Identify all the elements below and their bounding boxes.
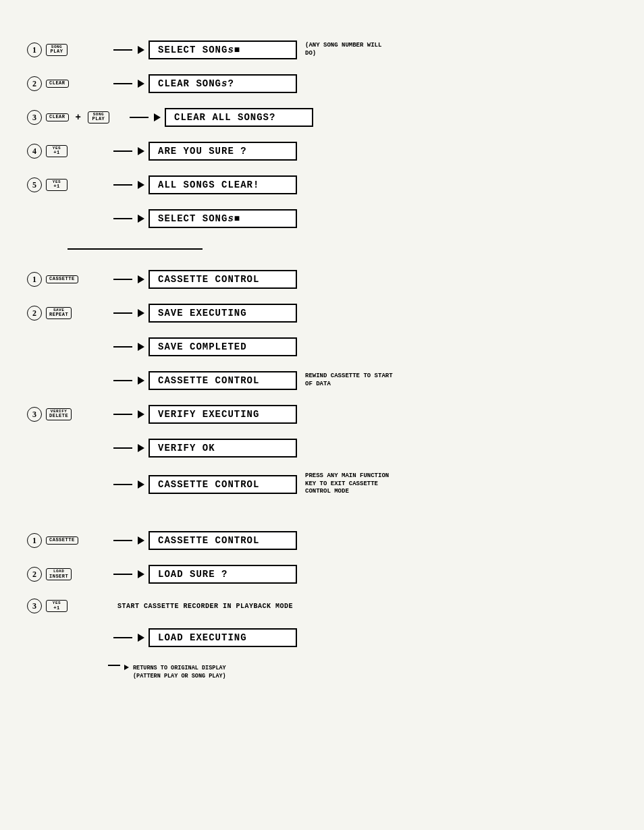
display-box: SAVE COMPLETED	[149, 337, 297, 356]
inline-text: START CASSETTE RECORDER IN PLAYBACK MODE	[117, 603, 293, 610]
arrow	[108, 147, 144, 155]
return-note: RETURNS TO ORIGINAL DISPLAY(PATTERN PLAY…	[133, 665, 226, 681]
row-2-5: 3 VERIFY DELETE VERIFY EXECUTING	[27, 405, 617, 424]
btn-clear[interactable]: CLEAR	[46, 80, 69, 88]
arrow-head	[138, 46, 144, 54]
arrow-head	[154, 113, 161, 121]
arrow-head	[138, 343, 144, 351]
btn-cassette-2[interactable]: CASSETTE	[46, 536, 78, 545]
btn-label: CASSETTE	[49, 277, 75, 282]
circle-1: 1	[27, 533, 42, 548]
arrow	[108, 377, 144, 385]
circle-3: 3	[27, 599, 42, 613]
display-box: CLEAR SONG s ?	[149, 74, 297, 93]
btn-verify-delete[interactable]: VERIFY DELETE	[46, 408, 72, 420]
circle-2: 2	[27, 567, 42, 582]
btn-clear-2[interactable]: CLEAR	[46, 113, 69, 121]
btn-bottom: DELETE	[49, 414, 68, 419]
display-box: LOAD SURE ?	[149, 565, 297, 584]
arrow	[108, 444, 144, 452]
btn-bottom: +1	[53, 606, 59, 611]
display-box: VERIFY OK	[149, 439, 297, 458]
btn-bottom: REPEAT	[49, 312, 68, 318]
row-1-6: SELECT SONG s ■	[27, 209, 617, 228]
arrow	[108, 46, 144, 54]
step-label: 1 SONG PLAY	[27, 43, 108, 57]
step-label: 4 YES +1	[27, 144, 108, 159]
display-box: SELECT SONG s ■	[149, 40, 297, 59]
arrow	[108, 410, 144, 418]
note: REWIND CASSETTE TO START OF DATA	[305, 372, 393, 388]
circle-4: 4	[27, 144, 42, 159]
row-1-5: 5 YES +1 ALL SONGS CLEAR!	[27, 175, 617, 194]
arrow-head	[138, 215, 144, 223]
arrow-head	[138, 377, 144, 385]
row-3-1: 1 CASSETTE CASSETTE CONTROL	[27, 531, 617, 550]
btn-cassette-1[interactable]: CASSETTE	[46, 275, 78, 283]
arrow-head	[138, 410, 144, 418]
arrow	[108, 480, 144, 489]
arrow-head	[138, 444, 144, 452]
arrow-head	[138, 80, 144, 88]
display-box: CASSETTE CONTROL	[149, 475, 297, 494]
step-label: 2 CLEAR	[27, 76, 108, 91]
circle-2: 2	[27, 76, 42, 91]
btn-bottom: +1	[53, 184, 59, 190]
note: (ANY SONG NUMBER WILL DO)	[305, 42, 393, 57]
note: PRESS ANY MAIN FUNCTION KEY TO EXIT CASS…	[305, 472, 393, 496]
section-song-clear: 1 SONG PLAY SELECT SONG s ■ (ANY SONG NU…	[27, 40, 617, 228]
btn-label: CLEAR	[49, 81, 65, 86]
display-box: SELECT SONG s ■	[149, 209, 297, 228]
row-2-2: 2 SAVE REPEAT SAVE EXECUTING	[27, 304, 617, 323]
step-label: 2 SAVE REPEAT	[27, 306, 108, 321]
btn-save-repeat[interactable]: SAVE REPEAT	[46, 307, 72, 319]
btn-yes-1[interactable]: YES +1	[46, 145, 68, 157]
arrow	[124, 113, 161, 121]
row-3-3: 3 YES +1 START CASSETTE RECORDER IN PLAY…	[27, 599, 617, 613]
display-box: ALL SONGS CLEAR!	[149, 175, 297, 194]
circle-1: 1	[27, 272, 42, 287]
row-2-4: CASSETTE CONTROL REWIND CASSETTE TO STAR…	[27, 371, 617, 390]
arrow	[108, 634, 144, 642]
circle-1: 1	[27, 43, 42, 57]
display-box: ARE YOU SURE ?	[149, 142, 297, 161]
row-2-1: 1 CASSETTE CASSETTE CONTROL	[27, 270, 617, 289]
step-label: 1 CASSETTE	[27, 272, 108, 287]
btn-song-play-2[interactable]: SONG PLAY	[88, 111, 109, 123]
row-1-1: 1 SONG PLAY SELECT SONG s ■ (ANY SONG NU…	[27, 40, 617, 59]
row-2-7: CASSETTE CONTROL PRESS ANY MAIN FUNCTION…	[27, 472, 617, 496]
section-cassette-save: 1 CASSETTE CASSETTE CONTROL 2 SAVE REPEA…	[27, 270, 617, 496]
btn-song-play[interactable]: SONG PLAY	[46, 44, 68, 56]
btn-load-insert[interactable]: LOAD INSERT	[46, 568, 72, 580]
display-box: SAVE EXECUTING	[149, 304, 297, 323]
arrow	[108, 215, 144, 223]
row-2-3: SAVE COMPLETED	[27, 337, 617, 356]
page: 1 SONG PLAY SELECT SONG s ■ (ANY SONG NU…	[0, 0, 644, 830]
arrow-head	[138, 309, 144, 317]
step-label: 3 YES +1	[27, 599, 108, 613]
arrow-head	[138, 147, 144, 155]
row-1-3: 3 CLEAR + SONG PLAY CLEAR ALL SONGS?	[27, 108, 617, 127]
arrow-head	[138, 634, 144, 642]
display-box: CLEAR ALL SONGS?	[165, 108, 313, 127]
arrow-head	[138, 181, 144, 189]
arrow-head	[138, 480, 144, 489]
arrow	[108, 80, 144, 88]
row-2-6: VERIFY OK	[27, 439, 617, 458]
circle-3: 3	[27, 407, 42, 422]
btn-bottom: PLAY	[92, 117, 105, 122]
step-label: 3 CLEAR + SONG PLAY	[27, 110, 122, 125]
section-cassette-load: 1 CASSETTE CASSETTE CONTROL 2 LOAD INSER…	[27, 531, 617, 681]
btn-bottom: INSERT	[49, 574, 68, 580]
separator	[68, 248, 203, 250]
step-label: 5 YES +1	[27, 177, 108, 192]
row-3-4: LOAD EXECUTING	[27, 628, 617, 647]
arrow	[108, 275, 144, 283]
btn-yes-2[interactable]: YES +1	[46, 179, 68, 191]
btn-yes-3[interactable]: YES +1	[46, 600, 68, 612]
arrow-head	[138, 570, 144, 578]
small-arrow	[108, 665, 120, 666]
display-box: CASSETTE CONTROL	[149, 371, 297, 390]
btn-label: CASSETTE	[49, 538, 75, 543]
row-3-2: 2 LOAD INSERT LOAD SURE ?	[27, 565, 617, 584]
